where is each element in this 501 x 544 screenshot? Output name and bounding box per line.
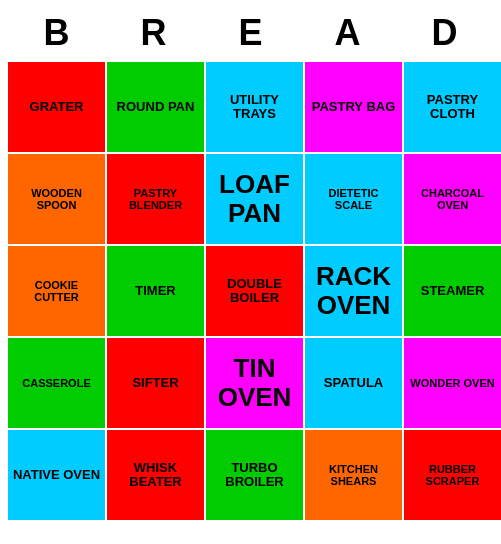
- bingo-cell[interactable]: TIN OVEN: [206, 338, 303, 428]
- bingo-cell[interactable]: DIETETIC SCALE: [305, 154, 402, 244]
- bingo-cell[interactable]: CHARCOAL OVEN: [404, 154, 501, 244]
- bingo-cell[interactable]: WOODEN SPOON: [8, 154, 105, 244]
- bingo-cell[interactable]: ROUND PAN: [107, 62, 204, 152]
- bingo-cell[interactable]: UTILITY TRAYS: [206, 62, 303, 152]
- bingo-cell[interactable]: CASSEROLE: [8, 338, 105, 428]
- bingo-grid: GRATERROUND PANUTILITY TRAYSPASTRY BAGPA…: [8, 62, 493, 520]
- bingo-cell[interactable]: NATIVE OVEN: [8, 430, 105, 520]
- header-r: R: [105, 12, 202, 54]
- bingo-cell[interactable]: RUBBER SCRAPER: [404, 430, 501, 520]
- bingo-cell[interactable]: TURBO BROILER: [206, 430, 303, 520]
- bingo-cell[interactable]: LOAF PAN: [206, 154, 303, 244]
- bingo-cell[interactable]: GRATER: [8, 62, 105, 152]
- header-a: A: [299, 12, 396, 54]
- bingo-cell[interactable]: PASTRY BAG: [305, 62, 402, 152]
- header-d: D: [396, 12, 493, 54]
- bingo-cell[interactable]: STEAMER: [404, 246, 501, 336]
- bingo-cell[interactable]: SPATULA: [305, 338, 402, 428]
- bingo-cell[interactable]: PASTRY CLOTH: [404, 62, 501, 152]
- bingo-cell[interactable]: DOUBLE BOILER: [206, 246, 303, 336]
- bingo-cell[interactable]: PASTRY BLENDER: [107, 154, 204, 244]
- bingo-cell[interactable]: KITCHEN SHEARS: [305, 430, 402, 520]
- header-e: E: [202, 12, 299, 54]
- bingo-cell[interactable]: COOKIE CUTTER: [8, 246, 105, 336]
- bingo-cell[interactable]: SIFTER: [107, 338, 204, 428]
- bingo-cell[interactable]: WHISK BEATER: [107, 430, 204, 520]
- bingo-header: B R E A D: [8, 8, 493, 58]
- bingo-cell[interactable]: TIMER: [107, 246, 204, 336]
- header-b: B: [8, 12, 105, 54]
- bingo-cell[interactable]: WONDER OVEN: [404, 338, 501, 428]
- bingo-cell[interactable]: RACK OVEN: [305, 246, 402, 336]
